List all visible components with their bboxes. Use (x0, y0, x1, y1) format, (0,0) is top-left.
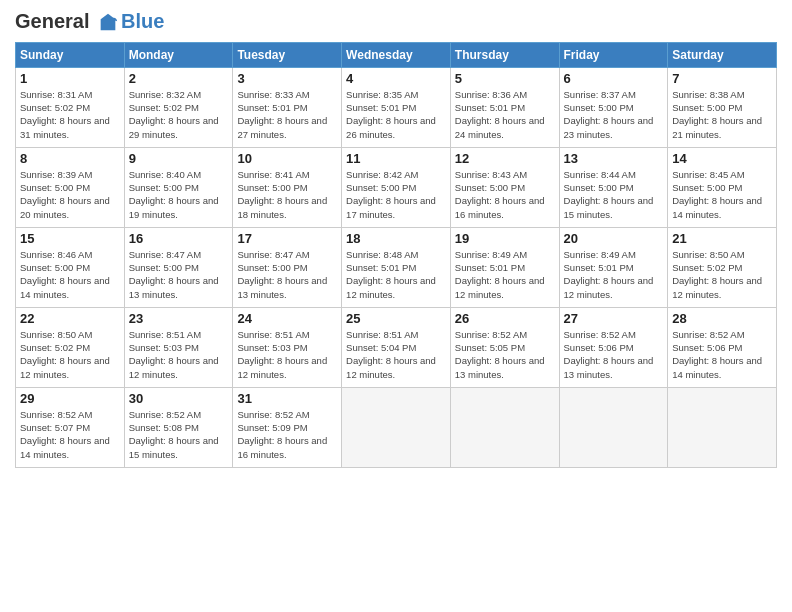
calendar-day-cell: 31Sunrise: 8:52 AMSunset: 5:09 PMDayligh… (233, 387, 342, 467)
calendar-day-cell: 11Sunrise: 8:42 AMSunset: 5:00 PMDayligh… (342, 147, 451, 227)
day-info: Sunrise: 8:48 AMSunset: 5:01 PMDaylight:… (346, 248, 446, 301)
day-number: 18 (346, 231, 446, 246)
calendar-day-cell: 20Sunrise: 8:49 AMSunset: 5:01 PMDayligh… (559, 227, 668, 307)
calendar-day-cell: 26Sunrise: 8:52 AMSunset: 5:05 PMDayligh… (450, 307, 559, 387)
calendar-day-cell: 16Sunrise: 8:47 AMSunset: 5:00 PMDayligh… (124, 227, 233, 307)
day-info: Sunrise: 8:43 AMSunset: 5:00 PMDaylight:… (455, 168, 555, 221)
day-number: 26 (455, 311, 555, 326)
calendar-day-cell: 14Sunrise: 8:45 AMSunset: 5:00 PMDayligh… (668, 147, 777, 227)
day-number: 14 (672, 151, 772, 166)
calendar-day-cell: 12Sunrise: 8:43 AMSunset: 5:00 PMDayligh… (450, 147, 559, 227)
day-number: 3 (237, 71, 337, 86)
calendar-day-cell: 30Sunrise: 8:52 AMSunset: 5:08 PMDayligh… (124, 387, 233, 467)
calendar-day-cell: 19Sunrise: 8:49 AMSunset: 5:01 PMDayligh… (450, 227, 559, 307)
day-info: Sunrise: 8:41 AMSunset: 5:00 PMDaylight:… (237, 168, 337, 221)
calendar-day-cell: 10Sunrise: 8:41 AMSunset: 5:00 PMDayligh… (233, 147, 342, 227)
day-info: Sunrise: 8:52 AMSunset: 5:06 PMDaylight:… (672, 328, 772, 381)
day-number: 16 (129, 231, 229, 246)
day-info: Sunrise: 8:52 AMSunset: 5:06 PMDaylight:… (564, 328, 664, 381)
day-number: 29 (20, 391, 120, 406)
weekday-header: Thursday (450, 42, 559, 67)
weekday-header: Wednesday (342, 42, 451, 67)
day-number: 1 (20, 71, 120, 86)
day-number: 12 (455, 151, 555, 166)
logo-blue: Blue (121, 10, 164, 33)
day-info: Sunrise: 8:49 AMSunset: 5:01 PMDaylight:… (564, 248, 664, 301)
calendar-day-cell: 8Sunrise: 8:39 AMSunset: 5:00 PMDaylight… (16, 147, 125, 227)
day-number: 31 (237, 391, 337, 406)
day-number: 28 (672, 311, 772, 326)
weekday-header: Sunday (16, 42, 125, 67)
day-number: 11 (346, 151, 446, 166)
day-number: 6 (564, 71, 664, 86)
day-number: 2 (129, 71, 229, 86)
day-number: 30 (129, 391, 229, 406)
day-number: 15 (20, 231, 120, 246)
day-number: 19 (455, 231, 555, 246)
calendar-day-cell: 27Sunrise: 8:52 AMSunset: 5:06 PMDayligh… (559, 307, 668, 387)
calendar-day-cell: 9Sunrise: 8:40 AMSunset: 5:00 PMDaylight… (124, 147, 233, 227)
calendar-day-cell: 23Sunrise: 8:51 AMSunset: 5:03 PMDayligh… (124, 307, 233, 387)
logo-icon (97, 12, 119, 34)
day-info: Sunrise: 8:47 AMSunset: 5:00 PMDaylight:… (129, 248, 229, 301)
calendar-day-cell: 6Sunrise: 8:37 AMSunset: 5:00 PMDaylight… (559, 67, 668, 147)
day-info: Sunrise: 8:44 AMSunset: 5:00 PMDaylight:… (564, 168, 664, 221)
day-number: 5 (455, 71, 555, 86)
calendar-week-row: 22Sunrise: 8:50 AMSunset: 5:02 PMDayligh… (16, 307, 777, 387)
calendar-day-cell: 24Sunrise: 8:51 AMSunset: 5:03 PMDayligh… (233, 307, 342, 387)
weekday-header-row: SundayMondayTuesdayWednesdayThursdayFrid… (16, 42, 777, 67)
calendar-week-row: 8Sunrise: 8:39 AMSunset: 5:00 PMDaylight… (16, 147, 777, 227)
calendar-day-cell: 18Sunrise: 8:48 AMSunset: 5:01 PMDayligh… (342, 227, 451, 307)
calendar-day-cell: 5Sunrise: 8:36 AMSunset: 5:01 PMDaylight… (450, 67, 559, 147)
calendar-day-cell: 7Sunrise: 8:38 AMSunset: 5:00 PMDaylight… (668, 67, 777, 147)
calendar-day-cell: 22Sunrise: 8:50 AMSunset: 5:02 PMDayligh… (16, 307, 125, 387)
calendar-day-cell: 28Sunrise: 8:52 AMSunset: 5:06 PMDayligh… (668, 307, 777, 387)
calendar-day-cell: 1Sunrise: 8:31 AMSunset: 5:02 PMDaylight… (16, 67, 125, 147)
day-info: Sunrise: 8:52 AMSunset: 5:09 PMDaylight:… (237, 408, 337, 461)
day-info: Sunrise: 8:37 AMSunset: 5:00 PMDaylight:… (564, 88, 664, 141)
weekday-header: Saturday (668, 42, 777, 67)
calendar-day-cell (450, 387, 559, 467)
header: General Blue (15, 10, 777, 34)
day-info: Sunrise: 8:52 AMSunset: 5:08 PMDaylight:… (129, 408, 229, 461)
calendar-day-cell: 21Sunrise: 8:50 AMSunset: 5:02 PMDayligh… (668, 227, 777, 307)
day-number: 20 (564, 231, 664, 246)
calendar-week-row: 29Sunrise: 8:52 AMSunset: 5:07 PMDayligh… (16, 387, 777, 467)
day-info: Sunrise: 8:51 AMSunset: 5:03 PMDaylight:… (237, 328, 337, 381)
day-info: Sunrise: 8:39 AMSunset: 5:00 PMDaylight:… (20, 168, 120, 221)
calendar-day-cell: 29Sunrise: 8:52 AMSunset: 5:07 PMDayligh… (16, 387, 125, 467)
day-number: 22 (20, 311, 120, 326)
calendar-day-cell: 17Sunrise: 8:47 AMSunset: 5:00 PMDayligh… (233, 227, 342, 307)
day-info: Sunrise: 8:52 AMSunset: 5:07 PMDaylight:… (20, 408, 120, 461)
day-number: 9 (129, 151, 229, 166)
weekday-header: Friday (559, 42, 668, 67)
calendar-week-row: 15Sunrise: 8:46 AMSunset: 5:00 PMDayligh… (16, 227, 777, 307)
day-info: Sunrise: 8:35 AMSunset: 5:01 PMDaylight:… (346, 88, 446, 141)
day-info: Sunrise: 8:42 AMSunset: 5:00 PMDaylight:… (346, 168, 446, 221)
day-info: Sunrise: 8:46 AMSunset: 5:00 PMDaylight:… (20, 248, 120, 301)
day-info: Sunrise: 8:51 AMSunset: 5:04 PMDaylight:… (346, 328, 446, 381)
day-info: Sunrise: 8:51 AMSunset: 5:03 PMDaylight:… (129, 328, 229, 381)
day-info: Sunrise: 8:32 AMSunset: 5:02 PMDaylight:… (129, 88, 229, 141)
day-info: Sunrise: 8:49 AMSunset: 5:01 PMDaylight:… (455, 248, 555, 301)
day-info: Sunrise: 8:36 AMSunset: 5:01 PMDaylight:… (455, 88, 555, 141)
day-info: Sunrise: 8:47 AMSunset: 5:00 PMDaylight:… (237, 248, 337, 301)
calendar-day-cell (668, 387, 777, 467)
day-info: Sunrise: 8:50 AMSunset: 5:02 PMDaylight:… (672, 248, 772, 301)
day-number: 10 (237, 151, 337, 166)
day-number: 25 (346, 311, 446, 326)
day-number: 23 (129, 311, 229, 326)
day-info: Sunrise: 8:31 AMSunset: 5:02 PMDaylight:… (20, 88, 120, 141)
logo: General Blue (15, 10, 164, 34)
calendar-day-cell: 13Sunrise: 8:44 AMSunset: 5:00 PMDayligh… (559, 147, 668, 227)
calendar-day-cell: 4Sunrise: 8:35 AMSunset: 5:01 PMDaylight… (342, 67, 451, 147)
calendar-table: SundayMondayTuesdayWednesdayThursdayFrid… (15, 42, 777, 468)
calendar-day-cell: 3Sunrise: 8:33 AMSunset: 5:01 PMDaylight… (233, 67, 342, 147)
weekday-header: Monday (124, 42, 233, 67)
day-info: Sunrise: 8:38 AMSunset: 5:00 PMDaylight:… (672, 88, 772, 141)
day-number: 4 (346, 71, 446, 86)
day-info: Sunrise: 8:52 AMSunset: 5:05 PMDaylight:… (455, 328, 555, 381)
day-number: 17 (237, 231, 337, 246)
calendar-day-cell: 15Sunrise: 8:46 AMSunset: 5:00 PMDayligh… (16, 227, 125, 307)
calendar-container: General Blue SundayMondayTuesdayWednesda… (0, 0, 792, 612)
